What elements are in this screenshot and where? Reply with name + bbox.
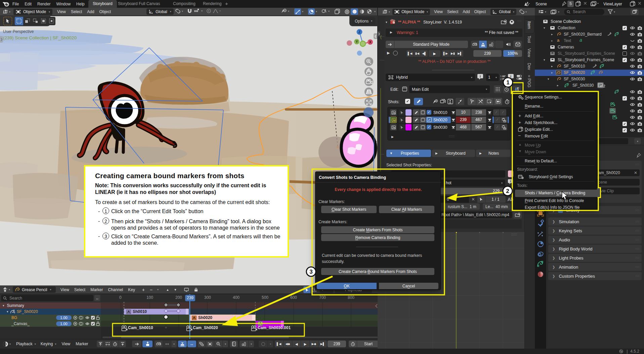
svg-text:i: i xyxy=(510,179,511,183)
svg-text:?: ? xyxy=(233,343,235,346)
svg-text:X: X xyxy=(369,40,372,44)
svg-text:i: i xyxy=(480,74,481,78)
svg-text:Y: Y xyxy=(356,40,358,44)
svg-text:2: 2 xyxy=(500,78,502,80)
svg-text:1: 1 xyxy=(500,75,502,78)
svg-text:Z: Z xyxy=(358,30,360,34)
svg-text:i: i xyxy=(510,74,511,78)
